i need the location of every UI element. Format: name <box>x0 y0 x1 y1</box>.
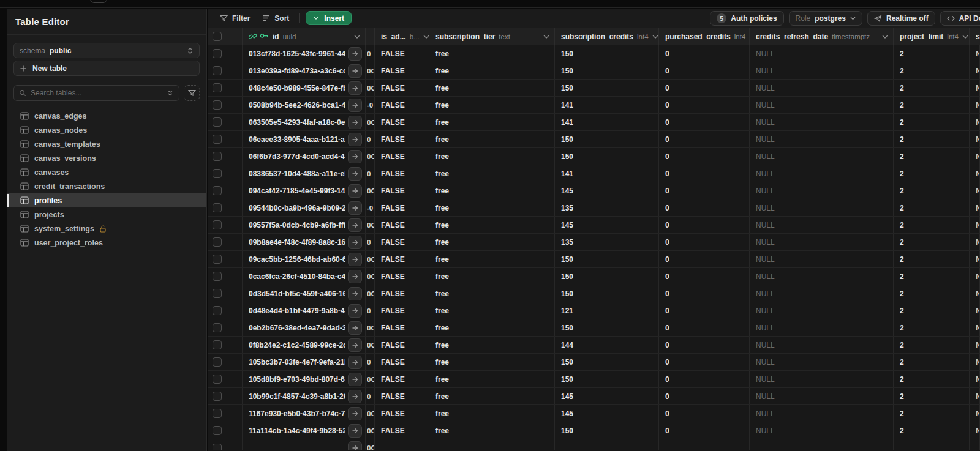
column-header-last[interactable]: su <box>970 28 980 45</box>
expand-row-button[interactable] <box>348 99 362 112</box>
expand-row-button[interactable] <box>348 236 362 249</box>
cell-last[interactable]: NU <box>970 371 980 387</box>
cell-refresh[interactable]: NULL <box>750 97 894 113</box>
new-table-button[interactable]: New table <box>13 61 200 76</box>
cell-sliver[interactable]: 0C <box>366 251 375 267</box>
expand-row-button[interactable] <box>348 47 362 61</box>
cell-tier[interactable]: free <box>429 319 555 336</box>
cell-admin[interactable]: FALSE <box>375 337 429 353</box>
cell-refresh[interactable]: NULL <box>750 354 894 370</box>
cell-tier[interactable]: free <box>429 405 555 422</box>
row-checkbox[interactable] <box>213 49 222 58</box>
cell-tier[interactable]: free <box>429 302 555 319</box>
cell-last[interactable]: NU <box>970 45 980 62</box>
cell-limit[interactable]: 2 <box>894 371 970 387</box>
cell-tier[interactable]: free <box>429 148 555 165</box>
cell-credits[interactable]: 141 <box>555 97 659 113</box>
cell-credits[interactable]: 135 <box>555 199 659 216</box>
cell-limit[interactable]: 2 <box>894 337 970 353</box>
cell-sliver[interactable]: 0C <box>366 217 375 233</box>
cell-refresh[interactable]: NULL <box>750 388 894 404</box>
cell-id[interactable]: 0d48e4d4-b1bf-4479-9a8b-4a4b... <box>243 302 366 319</box>
row-checkbox[interactable] <box>213 169 222 178</box>
cell-admin[interactable]: FALSE <box>375 268 429 285</box>
column-menu-chevron-icon[interactable] <box>959 35 968 39</box>
expand-row-button[interactable] <box>348 81 362 95</box>
cell-tier[interactable]: free <box>429 62 555 79</box>
row-checkbox[interactable] <box>213 100 222 110</box>
cell-refresh[interactable]: NULL <box>750 182 894 199</box>
cell-id[interactable]: 048c4e50-b989-455e-847e-fb2f... <box>243 80 366 96</box>
cell-last[interactable]: NU <box>970 234 980 250</box>
cell-admin[interactable]: FALSE <box>375 285 429 302</box>
cell-admin[interactable]: FALSE <box>375 97 429 113</box>
cell-refresh[interactable]: NULL <box>750 199 894 216</box>
cell-tier[interactable]: free <box>429 114 555 130</box>
cell-last[interactable]: NU <box>970 405 980 422</box>
cell-purchased[interactable]: 0 <box>659 217 750 233</box>
row-checkbox[interactable] <box>213 289 222 298</box>
expand-row-button[interactable] <box>348 424 362 438</box>
auth-policies-button[interactable]: 5 Auth policies <box>710 11 783 26</box>
sidebar-item-projects[interactable]: projects <box>7 207 206 222</box>
cell-last[interactable]: NU <box>970 131 980 147</box>
cell-last[interactable]: NU <box>970 80 980 96</box>
cell-refresh[interactable]: NULL <box>750 337 894 353</box>
cell-sliver[interactable]: 0 <box>366 234 375 250</box>
cell-sliver[interactable]: 0 <box>366 354 375 370</box>
cell-purchased[interactable]: 0 <box>659 97 750 113</box>
cell-refresh[interactable]: NULL <box>750 114 894 130</box>
cell-limit[interactable]: 2 <box>894 268 970 285</box>
cell-sliver[interactable]: 0C <box>366 148 375 165</box>
cell-tier[interactable]: free <box>429 371 555 387</box>
cell-admin[interactable]: FALSE <box>375 217 429 233</box>
cell-sliver[interactable]: 0C <box>366 285 375 302</box>
cell-purchased[interactable]: 0 <box>659 45 750 62</box>
column-header-limit[interactable]: project_limitint4 <box>894 28 970 45</box>
cell-last[interactable]: NU <box>970 97 980 113</box>
search-input-field[interactable] <box>31 89 167 97</box>
cell-credits[interactable]: 145 <box>555 388 659 404</box>
row-checkbox[interactable] <box>213 375 222 384</box>
cell-purchased[interactable]: 0 <box>659 234 750 250</box>
cell-refresh[interactable]: NULL <box>750 234 894 250</box>
expand-row-button[interactable] <box>348 133 362 146</box>
row-checkbox[interactable] <box>213 83 222 92</box>
realtime-toggle-button[interactable]: Realtime off <box>867 11 935 26</box>
cell-purchased[interactable] <box>659 439 750 450</box>
cell-id[interactable]: 0eb2b676-38ed-4ea7-9dad-38e6... <box>243 319 366 336</box>
cell-refresh[interactable]: NULL <box>750 217 894 233</box>
cell-limit[interactable]: 2 <box>894 234 970 250</box>
cell-admin[interactable]: FALSE <box>375 388 429 404</box>
cell-limit[interactable]: 2 <box>894 45 970 62</box>
column-header-id[interactable]: iduuid <box>243 28 366 45</box>
cell-sliver[interactable]: 0C <box>366 80 375 96</box>
sidebar-item-canvas_edges[interactable]: canvas_edges <box>7 109 206 123</box>
insert-button[interactable]: Insert <box>306 11 352 25</box>
cell-limit[interactable]: 2 <box>894 388 970 404</box>
cell-limit[interactable]: 2 <box>894 62 970 79</box>
cell-credits[interactable]: 150 <box>555 422 659 439</box>
expand-row-button[interactable] <box>348 321 362 335</box>
cell-id[interactable] <box>243 439 366 450</box>
cell-tier[interactable]: free <box>429 199 555 216</box>
cell-limit[interactable]: 2 <box>894 182 970 199</box>
role-select-button[interactable]: Role postgres <box>789 11 862 26</box>
cell-last[interactable]: NU <box>970 285 980 302</box>
cell-credits[interactable]: 150 <box>555 319 659 336</box>
column-header-admin[interactable]: is_ad...b... <box>375 28 429 45</box>
expand-row-button[interactable] <box>348 167 362 181</box>
cell-tier[interactable]: free <box>429 388 555 404</box>
cell-tier[interactable]: free <box>429 337 555 353</box>
cell-id[interactable]: 11a114cb-1a4c-49f4-9b28-52219ec... <box>243 422 366 439</box>
cell-purchased[interactable]: 0 <box>659 319 750 336</box>
cell-tier[interactable]: free <box>429 268 555 285</box>
cell-admin[interactable]: FALSE <box>375 114 429 130</box>
cell-tier[interactable]: free <box>429 131 555 147</box>
cell-limit[interactable]: 2 <box>894 319 970 336</box>
cell-id[interactable]: 10b99c1f-4857-4c39-a8b1-263b8... <box>243 388 366 404</box>
cell-credits[interactable]: 135 <box>555 234 659 250</box>
sidebar-item-canvas_nodes[interactable]: canvas_nodes <box>7 123 206 137</box>
cell-id[interactable]: 0d3d541d-bf5c-459f-a406-16b93... <box>243 285 366 302</box>
cell-tier[interactable]: free <box>429 285 555 302</box>
